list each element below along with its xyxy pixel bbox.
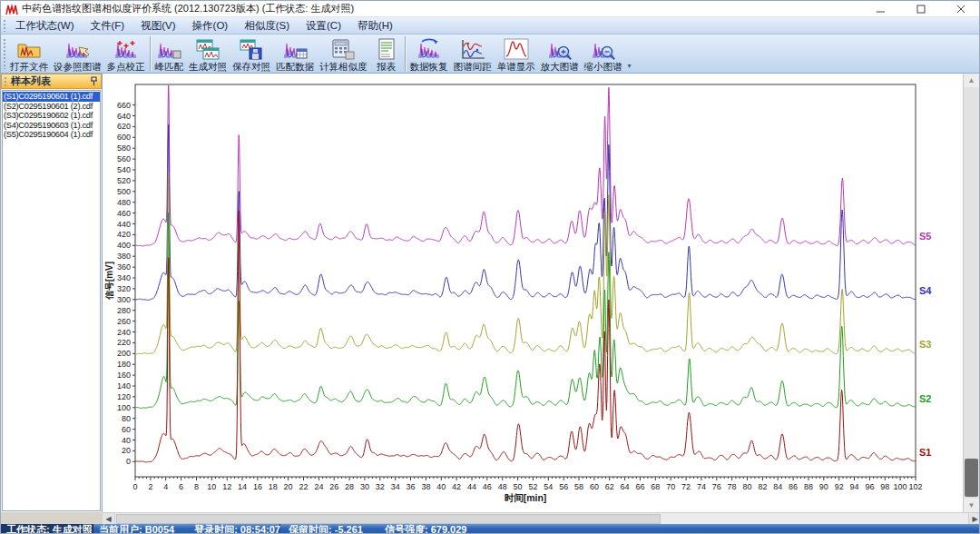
- svg-text:4: 4: [163, 482, 168, 491]
- svg-text:72: 72: [681, 482, 691, 491]
- svg-text:660: 660: [117, 101, 131, 110]
- svg-text:80: 80: [742, 482, 751, 491]
- sample-list-item-3[interactable]: (S3)C0295190602 (1).cdf: [3, 111, 100, 121]
- svg-text:76: 76: [712, 482, 721, 491]
- report-button[interactable]: 报表: [370, 35, 403, 73]
- svg-text:74: 74: [697, 482, 706, 491]
- svg-text:520: 520: [117, 176, 131, 185]
- toolbar-button-label: 放大图谱: [541, 61, 579, 72]
- svg-text:32: 32: [376, 482, 385, 491]
- menu-item-6[interactable]: 帮助(H): [349, 17, 401, 35]
- zoom-in-chart-button[interactable]: 放大图谱: [538, 35, 582, 73]
- generate-reference-button[interactable]: 生成对照: [186, 35, 230, 73]
- menu-item-1[interactable]: 文件(F): [83, 17, 133, 35]
- status-session: 当前用户: B0054 登录时间: 08:54:07: [93, 524, 280, 534]
- calc-similarity-icon: [329, 37, 357, 61]
- sample-list-item-2[interactable]: (S2)C0295190601 (2).cdf: [3, 102, 100, 112]
- zoom-out-chart-button[interactable]: 缩小图谱: [582, 35, 625, 73]
- svg-text:420: 420: [117, 230, 131, 239]
- single-spectrum-button[interactable]: 单谱显示: [495, 35, 538, 73]
- chart-panel[interactable]: 0204060801001201401601802002202402602803…: [103, 74, 965, 512]
- maximize-button[interactable]: [901, 1, 941, 17]
- svg-text:34: 34: [391, 482, 400, 491]
- menu-item-3[interactable]: 操作(O): [184, 17, 237, 35]
- svg-text:70: 70: [666, 482, 675, 491]
- scroll-up-icon[interactable]: ▲: [964, 74, 979, 87]
- sample-list-header: 样本列表: [1, 74, 102, 89]
- svg-text:16: 16: [253, 482, 262, 491]
- svg-text:24: 24: [314, 482, 323, 491]
- svg-text:78: 78: [728, 482, 737, 491]
- panel-grip: [4, 76, 8, 86]
- svg-text:380: 380: [117, 252, 131, 261]
- menu-item-2[interactable]: 视图(V): [132, 17, 183, 35]
- svg-text:140: 140: [117, 381, 131, 391]
- multipoint-correction-button[interactable]: 多点校正: [104, 35, 148, 73]
- y-axis: 0204060801001201401601802002202402602803…: [117, 101, 135, 467]
- pin-icon[interactable]: [90, 76, 98, 86]
- sample-list: (S1)C0295190601 (1).cdf(S2)C0295190601 (…: [2, 90, 101, 511]
- svg-text:120: 120: [117, 392, 131, 401]
- toolbar-separator: [150, 36, 151, 71]
- set-reference-button[interactable]: 设参照图谱: [51, 35, 104, 73]
- svg-text:10: 10: [207, 482, 216, 491]
- svg-text:460: 460: [117, 209, 131, 218]
- svg-text:6: 6: [179, 482, 183, 491]
- toolbar-button-label: 多点校正: [107, 61, 145, 72]
- chromatogram-chart: 0204060801001201401601802002202402602803…: [103, 74, 965, 512]
- close-button[interactable]: [941, 1, 980, 17]
- toolbar-button-label: 单谱显示: [497, 61, 535, 72]
- spectra-spacing-button[interactable]: 图谱间距: [451, 35, 495, 73]
- toolbar-separator: [405, 36, 406, 71]
- status-bar: 工作状态: 生成对照 当前用户: B0054 登录时间: 08:54:07 保留…: [1, 524, 980, 534]
- status-retention-time: 保留时间: -5.261: [289, 524, 363, 534]
- status-filler: [516, 524, 980, 534]
- vertical-scrollbar[interactable]: ▲ ▼: [963, 74, 979, 512]
- data-restore-icon: [416, 37, 443, 61]
- horizontal-scrollbar[interactable]: ◀ ▶: [103, 512, 980, 524]
- match-data-button[interactable]: 匹配数据: [273, 35, 317, 73]
- svg-text:90: 90: [819, 482, 828, 491]
- data-restore-button[interactable]: 数据恢复: [407, 35, 451, 73]
- svg-text:40: 40: [122, 436, 131, 445]
- svg-text:2: 2: [148, 482, 152, 491]
- svg-text:340: 340: [117, 273, 131, 282]
- svg-text:500: 500: [117, 187, 131, 196]
- series-label-S4: S4: [919, 285, 932, 296]
- menu-item-0[interactable]: 工作状态(W): [7, 17, 83, 35]
- match-data-icon: [281, 37, 309, 61]
- set-reference-icon: [64, 37, 91, 61]
- svg-text:92: 92: [835, 482, 844, 491]
- scroll-down-icon[interactable]: ▼: [964, 499, 979, 512]
- open-file-button[interactable]: 打开文件: [7, 35, 51, 73]
- toolbar-overflow-button[interactable]: ▾: [625, 35, 634, 73]
- svg-text:96: 96: [865, 482, 874, 491]
- svg-text:54: 54: [544, 482, 553, 491]
- svg-text:640: 640: [117, 112, 131, 121]
- svg-text:94: 94: [849, 482, 858, 491]
- sample-list-item-1[interactable]: (S1)C0295190601 (1).cdf: [3, 92, 100, 102]
- sample-list-item-4[interactable]: (S4)C0295190603 (1).cdf: [3, 121, 100, 131]
- minimize-button[interactable]: [861, 1, 901, 17]
- svg-text:440: 440: [117, 220, 131, 229]
- menu-item-4[interactable]: 相似度(S): [236, 17, 298, 35]
- save-reference-button[interactable]: 保存对照: [230, 35, 273, 73]
- vertical-scroll-thumb[interactable]: [965, 459, 978, 497]
- menu-bar: 工作状态(W)文件(F)视图(V)操作(O)相似度(S)设置(C)帮助(H): [1, 17, 980, 35]
- svg-text:560: 560: [117, 154, 131, 163]
- svg-text:260: 260: [117, 317, 131, 326]
- svg-text:100: 100: [894, 482, 907, 491]
- peak-match-button[interactable]: 峰匹配: [152, 35, 187, 73]
- status-current-user: 当前用户: B0054: [99, 524, 174, 534]
- svg-text:220: 220: [117, 338, 131, 347]
- sample-list-item-5[interactable]: (S5)C0295190604 (1).cdf: [3, 130, 100, 140]
- toolbar-button-label: 保存对照: [232, 61, 270, 72]
- svg-text:0: 0: [132, 482, 137, 491]
- calc-similarity-button[interactable]: 计算相似度: [317, 35, 370, 73]
- svg-text:86: 86: [789, 482, 798, 491]
- menu-item-5[interactable]: 设置(C): [298, 17, 349, 35]
- svg-text:400: 400: [117, 241, 131, 250]
- horizontal-scroll-thumb[interactable]: [116, 514, 661, 524]
- single-spectrum-icon: [503, 37, 530, 61]
- svg-text:88: 88: [804, 482, 813, 491]
